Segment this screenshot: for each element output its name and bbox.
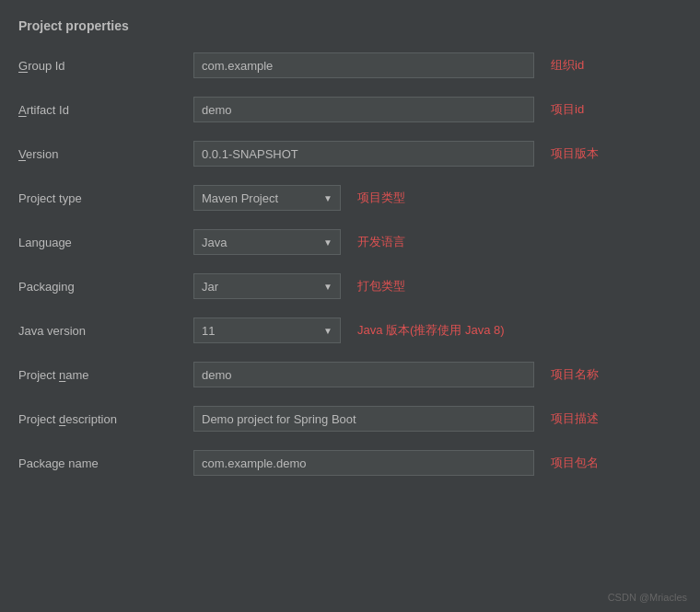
select-packaging[interactable]: JarWar bbox=[194, 274, 340, 298]
select-java-version[interactable]: 81117 bbox=[194, 318, 340, 342]
input-group-id[interactable] bbox=[193, 52, 534, 78]
form-row-project-description: Project description项目描述 bbox=[18, 403, 682, 434]
watermark: CSDN @Mriacles bbox=[608, 592, 687, 603]
input-project-name[interactable] bbox=[193, 362, 534, 387]
select-language[interactable]: JavaKotlinGroovy bbox=[194, 230, 340, 254]
annotation-project-name: 项目名称 bbox=[551, 366, 599, 383]
section-title: Project properties bbox=[18, 18, 682, 33]
select-wrapper-project-type: Maven ProjectGradle Project▼ bbox=[193, 185, 341, 211]
label-package-name: Package name bbox=[18, 456, 193, 470]
label-language: Language bbox=[18, 236, 193, 249]
annotation-artifact-id: 项目id bbox=[551, 101, 584, 118]
select-wrapper-packaging: JarWar▼ bbox=[193, 273, 341, 299]
annotation-project-type: 项目类型 bbox=[357, 190, 405, 206]
annotation-version: 项目版本 bbox=[551, 145, 599, 162]
form-row-version: Version项目版本 bbox=[18, 138, 682, 169]
select-project-type[interactable]: Maven ProjectGradle Project bbox=[194, 186, 340, 210]
label-artifact-id: Artifact Id bbox=[18, 103, 193, 117]
form-row-project-name: Project name项目名称 bbox=[18, 359, 682, 390]
select-wrapper-java-version: 81117▼ bbox=[193, 318, 341, 343]
input-artifact-id[interactable] bbox=[193, 97, 534, 122]
project-properties-panel: Project properties Group Id组织idArtifact … bbox=[0, 0, 700, 612]
select-wrapper-language: JavaKotlinGroovy▼ bbox=[193, 229, 341, 255]
input-version[interactable] bbox=[193, 141, 534, 167]
input-package-name[interactable] bbox=[193, 450, 534, 476]
annotation-packaging: 打包类型 bbox=[357, 278, 405, 294]
form-row-group-id: Group Id组织id bbox=[18, 50, 682, 81]
annotation-package-name: 项目包名 bbox=[551, 455, 599, 471]
form-row-artifact-id: Artifact Id项目id bbox=[18, 94, 682, 125]
form-row-language: LanguageJavaKotlinGroovy▼开发语言 bbox=[18, 226, 682, 258]
form-row-java-version: Java version81117▼Java 版本(推荐使用 Java 8) bbox=[18, 315, 682, 346]
label-group-id: Group Id bbox=[18, 59, 193, 73]
annotation-group-id: 组织id bbox=[551, 57, 584, 74]
annotation-java-version: Java 版本(推荐使用 Java 8) bbox=[357, 322, 505, 339]
label-project-type: Project type bbox=[18, 191, 193, 205]
label-java-version: Java version bbox=[18, 324, 193, 338]
form-row-package-name: Package name项目包名 bbox=[18, 447, 682, 479]
annotation-language: 开发语言 bbox=[357, 234, 405, 250]
input-project-description[interactable] bbox=[193, 406, 534, 432]
label-version: Version bbox=[18, 147, 193, 161]
label-packaging: Packaging bbox=[18, 280, 193, 294]
label-project-name: Project name bbox=[18, 368, 193, 382]
form-row-packaging: PackagingJarWar▼打包类型 bbox=[18, 271, 682, 302]
annotation-project-description: 项目描述 bbox=[551, 410, 599, 427]
label-project-description: Project description bbox=[18, 412, 193, 426]
form-row-project-type: Project typeMaven ProjectGradle Project▼… bbox=[18, 182, 682, 214]
